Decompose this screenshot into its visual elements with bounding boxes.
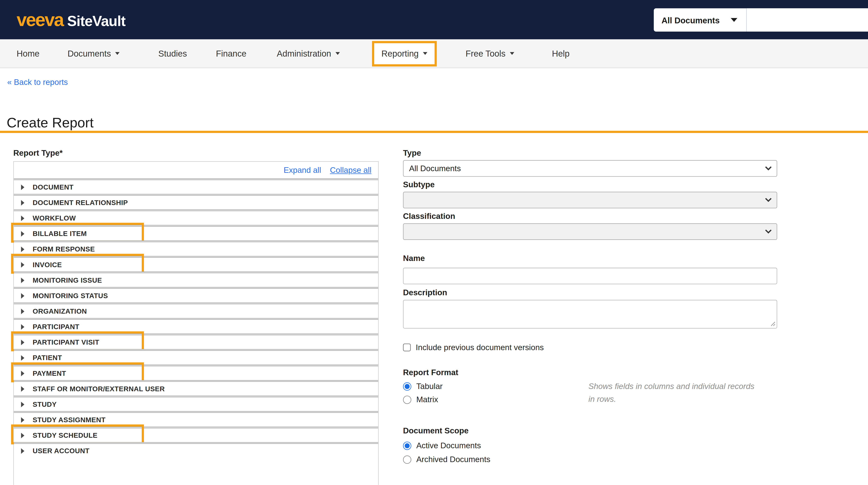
report-type-row-label: MONITORING ISSUE (33, 276, 102, 284)
nav-item-label: Studies (158, 49, 187, 58)
page: veeva SiteVault All Documents Home Docum… (0, 0, 868, 485)
expand-all-link[interactable]: Expand all (284, 166, 321, 174)
radio-label: Matrix (416, 395, 438, 404)
caret-down-icon (423, 52, 427, 55)
orange-divider (0, 131, 868, 133)
resize-handle-icon[interactable] (770, 321, 776, 326)
caret-down-icon (115, 52, 120, 55)
nav-item-home[interactable]: Home (17, 49, 40, 58)
report-type-row-label: FORM RESPONSE (33, 245, 95, 253)
report-type-row-invoice[interactable]: INVOICE (14, 256, 378, 272)
include-previous-checkbox[interactable] (403, 344, 411, 351)
document-scope-label: Document Scope (403, 426, 777, 435)
nav-item-free-tools[interactable]: Free Tools (466, 49, 514, 58)
global-search-input[interactable] (747, 8, 868, 32)
nav-item-help[interactable]: Help (552, 49, 570, 58)
report-type-row-label: PATIENT (33, 354, 62, 362)
expand-arrow-icon (21, 293, 24, 298)
nav-item-label: Reporting (381, 49, 418, 58)
nav-item-label: Finance (216, 49, 247, 58)
radio-unselected-icon[interactable] (403, 395, 411, 404)
expand-arrow-icon (21, 324, 24, 330)
document-scope-option-archived[interactable]: Archived Documents (403, 455, 777, 464)
main-nav: Home Documents Studies Finance Administr… (0, 39, 868, 68)
report-type-row-study-schedule[interactable]: STUDY SCHEDULE (14, 427, 378, 442)
type-select-value: All Documents (409, 164, 461, 173)
nav-item-documents[interactable]: Documents (67, 49, 120, 58)
caret-down-icon (731, 18, 738, 22)
expand-arrow-icon (21, 355, 24, 361)
nav-item-label: Administration (277, 49, 331, 58)
report-type-row-document[interactable]: DOCUMENT (14, 178, 378, 194)
report-format-label: Report Format (403, 368, 777, 377)
report-type-row-participant[interactable]: PARTICIPANT (14, 318, 378, 334)
radio-unselected-icon[interactable] (403, 455, 411, 463)
report-type-row-form-response[interactable]: FORM RESPONSE (14, 240, 378, 256)
include-previous-label: Include previous document versions (416, 343, 544, 352)
report-type-row-billable-item[interactable]: BILLABLE ITEM (14, 225, 378, 240)
report-type-label: Report Type* (13, 148, 62, 157)
description-textarea[interactable] (403, 300, 777, 329)
include-previous-row[interactable]: Include previous document versions (403, 343, 777, 352)
back-to-reports-link[interactable]: « Back to reports (7, 78, 68, 87)
radio-selected-icon[interactable] (403, 441, 411, 450)
chevron-down-icon (765, 166, 772, 171)
report-type-row-label: PARTICIPANT VISIT (33, 338, 99, 346)
nav-item-label: Free Tools (466, 49, 505, 58)
chevron-down-icon (765, 198, 772, 202)
nav-item-studies[interactable]: Studies (158, 49, 187, 58)
report-type-row-document-relationship[interactable]: DOCUMENT RELATIONSHIP (14, 194, 378, 209)
radio-selected-icon[interactable] (403, 382, 411, 390)
report-type-row-study-assignment[interactable]: STUDY ASSIGNMENT (14, 411, 378, 427)
chevron-down-icon (765, 229, 772, 234)
product-name: SiteVault (67, 12, 125, 30)
expand-arrow-icon (21, 215, 24, 221)
report-type-row-workflow[interactable]: WORKFLOW (14, 209, 378, 225)
type-select[interactable]: All Documents (403, 160, 777, 177)
caret-down-icon (510, 52, 514, 55)
nav-item-label: Help (552, 49, 570, 58)
report-type-row-user-account[interactable]: USER ACCOUNT (14, 442, 378, 458)
nav-item-administration[interactable]: Administration (277, 49, 340, 58)
report-type-row-study[interactable]: STUDY (14, 396, 378, 411)
report-type-row-label: DOCUMENT RELATIONSHIP (33, 199, 128, 206)
report-type-row-payment[interactable]: PAYMENT (14, 365, 378, 380)
report-type-row-label: STAFF OR MONITOR/EXTERNAL USER (33, 385, 165, 393)
classification-label: Classification (403, 211, 777, 221)
report-type-row-label: MONITORING STATUS (33, 292, 108, 299)
expand-arrow-icon (21, 339, 24, 345)
report-type-row-staff-or-monitor-external-user[interactable]: STAFF OR MONITOR/EXTERNAL USER (14, 380, 378, 396)
report-type-row-label: DOCUMENT (33, 183, 73, 191)
global-search-bar: All Documents (654, 8, 868, 32)
expand-arrow-icon (21, 308, 24, 314)
report-type-row-label: STUDY SCHEDULE (33, 431, 97, 439)
nav-item-label: Documents (67, 49, 111, 58)
page-title: Create Report (7, 115, 93, 131)
report-type-row-label: STUDY (33, 400, 57, 408)
expand-arrow-icon (21, 386, 24, 392)
report-type-row-monitoring-status[interactable]: MONITORING STATUS (14, 287, 378, 303)
report-type-row-label: STUDY ASSIGNMENT (33, 416, 105, 424)
document-scope-option-active[interactable]: Active Documents (403, 441, 777, 450)
caret-down-icon (336, 52, 340, 55)
expand-arrow-icon (21, 246, 24, 252)
report-type-row-participant-visit[interactable]: PARTICIPANT VISIT (14, 334, 378, 349)
report-type-row-patient[interactable]: PATIENT (14, 349, 378, 365)
report-type-row-label: BILLABLE ITEM (33, 230, 87, 237)
report-type-row-label: INVOICE (33, 261, 62, 268)
report-type-row-label: PAYMENT (33, 369, 66, 377)
name-input[interactable] (403, 267, 777, 284)
radio-label: Tabular (416, 382, 443, 391)
report-type-row-monitoring-issue[interactable]: MONITORING ISSUE (14, 272, 378, 287)
collapse-all-link[interactable]: Collapse all (330, 166, 372, 174)
search-scope-selector[interactable]: All Documents (654, 8, 746, 32)
nav-item-finance[interactable]: Finance (216, 49, 247, 58)
report-type-panel-header: Expand all Collapse all (14, 162, 378, 179)
description-label: Description (403, 288, 777, 297)
nav-item-reporting[interactable]: Reporting (372, 41, 437, 66)
report-format-note: Shows fields in columns and individual r… (589, 380, 754, 405)
type-label: Type (403, 148, 777, 157)
report-type-row-label: PARTICIPANT (33, 323, 79, 331)
report-type-row-organization[interactable]: ORGANIZATION (14, 303, 378, 318)
expand-arrow-icon (21, 417, 24, 423)
